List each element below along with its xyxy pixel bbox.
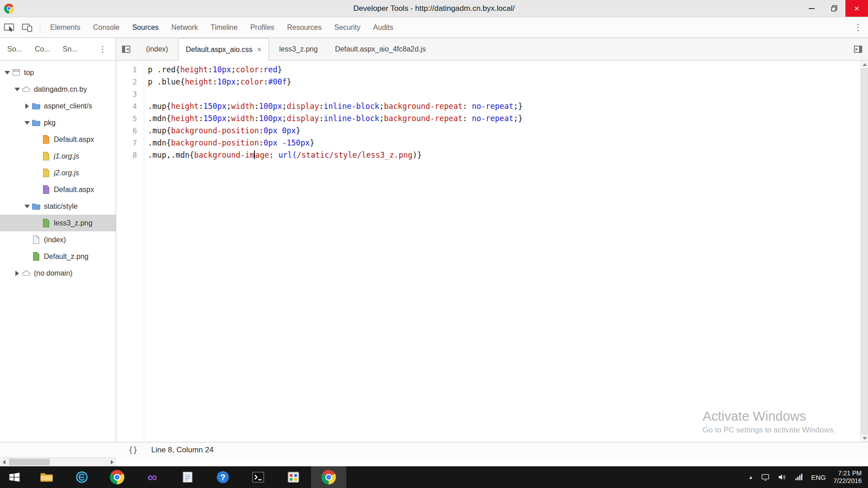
tab-network[interactable]: Network [165, 17, 204, 38]
hidden-icons-arrow[interactable]: ▲ [748, 474, 753, 480]
tab-sources[interactable]: Sources [126, 17, 165, 38]
hide-navigator-button[interactable] [116, 38, 136, 60]
editor-tab-label: (index) [146, 45, 168, 53]
collapse-icon[interactable] [4, 71, 11, 75]
devtools-menu-icon[interactable]: ⋮ [848, 22, 868, 33]
code-token: /static/style/less3_z.png [297, 150, 413, 160]
tree-item-default-aspx[interactable]: Default.aspx [0, 181, 116, 198]
inspect-element-button[interactable] [0, 17, 18, 38]
tree-item-default-z-png[interactable]: Default_z.png [0, 248, 116, 265]
line-number[interactable]: 7 [116, 137, 144, 149]
horizontal-scroll-thumb[interactable] [9, 459, 50, 465]
command-prompt-icon[interactable] [241, 466, 276, 488]
code-line: .mup,.mdn{background-image: url(/static/… [148, 149, 859, 161]
line-number[interactable]: 5 [116, 113, 144, 125]
tab-console[interactable]: Console [87, 17, 126, 38]
file-orange-icon [42, 135, 51, 144]
tree-item-less3-z-png[interactable]: less3_z.png [0, 215, 116, 231]
tree-item-top[interactable]: top [0, 64, 116, 81]
show-right-sidebar-button[interactable] [848, 38, 868, 60]
file-tree: topdatingadm.cn.byaspnet_client/spkgDefa… [0, 61, 116, 442]
pretty-print-button[interactable]: {} [128, 446, 137, 455]
start-button[interactable] [0, 466, 29, 488]
notepad-icon[interactable] [170, 466, 205, 488]
close-button[interactable]: × [845, 0, 868, 17]
sidebar-horizontal-scrollbar[interactable] [0, 457, 116, 466]
file-explorer-icon[interactable] [29, 466, 64, 488]
editor-vertical-scrollbar[interactable] [860, 61, 868, 442]
maximize-button[interactable] [823, 0, 845, 17]
sidebar-more-tabs-icon[interactable]: ⋮ [99, 44, 116, 54]
line-number[interactable]: 4 [116, 100, 144, 113]
code-token: width [231, 114, 254, 123]
code-token: height [185, 77, 212, 86]
tree-item-datingadm-cn-by[interactable]: datingadm.cn.by [0, 81, 116, 98]
tab-security[interactable]: Security [328, 17, 367, 38]
volume-icon[interactable] [778, 473, 787, 482]
code-editor[interactable]: 12345678 p .red{height:10px;color:red}p … [116, 61, 868, 442]
clock[interactable]: 7:21 PM 7/22/2016 [834, 469, 862, 485]
tree-item-aspnet-client-s[interactable]: aspnet_client/s [0, 98, 116, 114]
code-token: : [199, 114, 203, 123]
code-token: display [287, 102, 319, 111]
collapse-icon[interactable] [24, 121, 31, 125]
vertical-scroll-thumb[interactable] [861, 68, 868, 434]
chrome-active-icon[interactable] [311, 466, 346, 488]
folder-icon [32, 202, 41, 211]
line-number[interactable]: 8 [116, 149, 144, 161]
tree-item-default-aspx[interactable]: Default.aspx [0, 131, 116, 148]
network-signal-icon[interactable] [794, 473, 803, 482]
line-number[interactable]: 1 [116, 64, 144, 76]
editor-tabs: (index)Default.aspx_aio.css×less3_z.pngD… [136, 38, 848, 60]
scroll-down-arrow[interactable] [861, 434, 868, 442]
code-token: background-repeat [384, 114, 462, 123]
editor-tab-less3-z-png[interactable]: less3_z.png [272, 38, 325, 60]
code-token: : [264, 77, 268, 86]
expand-icon[interactable] [24, 103, 31, 109]
tab-audits[interactable]: Audits [367, 17, 399, 38]
visual-studio-icon[interactable]: ∞ [135, 466, 170, 488]
code-token: p .blue{ [148, 77, 185, 86]
tab-profiles[interactable]: Profiles [244, 17, 281, 38]
close-tab-icon[interactable]: × [257, 45, 262, 54]
scroll-up-arrow[interactable] [861, 61, 868, 68]
tab-elements[interactable]: Elements [44, 17, 87, 38]
tree-item-no-domain[interactable]: (no domain) [0, 265, 116, 282]
sidebar-tab-snippets[interactable]: Sn... [63, 45, 78, 53]
windows-logo-icon [8, 470, 21, 484]
tab-resources[interactable]: Resources [281, 17, 328, 38]
chrome-icon[interactable] [99, 466, 135, 488]
code-token: color [241, 77, 264, 86]
line-number[interactable]: 6 [116, 125, 144, 137]
infinity-glyph: ∞ [147, 470, 157, 484]
minimize-button[interactable] [800, 0, 823, 17]
minimize-icon [809, 8, 815, 9]
help-icon[interactable]: ? [205, 466, 241, 488]
tree-item-j1-org-js[interactable]: j1.org.js [0, 148, 116, 164]
sidebar-tab-content-scripts[interactable]: Co... [35, 45, 50, 53]
tree-item-j2-org-js[interactable]: j2.org.js [0, 164, 116, 181]
tree-item-index[interactable]: (index) [0, 231, 116, 248]
tree-item-pkg[interactable]: pkg [0, 114, 116, 131]
device-toolbar-button[interactable] [18, 17, 36, 38]
watermark-title: Activate Windows [703, 409, 835, 424]
editor-tab-default-aspx-aio-css[interactable]: Default.aspx_aio.css× [178, 38, 269, 61]
tree-item-static-style[interactable]: static/style [0, 198, 116, 215]
hardware-icon[interactable] [761, 473, 770, 482]
line-number[interactable]: 3 [116, 88, 144, 100]
code-content: p .red{height:10px;color:red}p .blue{hei… [144, 61, 868, 442]
collapse-icon[interactable] [24, 205, 31, 208]
tab-timeline[interactable]: Timeline [204, 17, 244, 38]
editor-tab-index[interactable]: (index) [139, 38, 175, 60]
internet-explorer-icon[interactable] [64, 466, 99, 488]
sidebar-tab-sources[interactable]: So... [7, 45, 22, 53]
code-token: ; [236, 77, 241, 86]
collapse-icon[interactable] [14, 88, 21, 91]
paint-icon[interactable] [276, 466, 311, 488]
editor-tab-default-aspx-aio-4fc8a2d-js[interactable]: Default.aspx_aio_4fc8a2d.js [328, 38, 433, 60]
scroll-right-arrow[interactable] [108, 458, 116, 466]
line-number[interactable]: 2 [116, 76, 144, 88]
expand-icon[interactable] [14, 271, 21, 276]
scroll-left-arrow[interactable] [0, 458, 8, 466]
language-indicator[interactable]: ENG [811, 474, 826, 481]
